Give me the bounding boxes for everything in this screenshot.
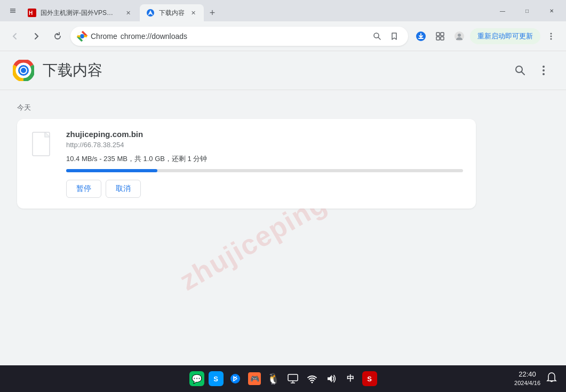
url-text-container: Chrome chrome://downloads (77, 31, 365, 42)
taskbar-wechat[interactable]: 💬 (189, 371, 204, 386)
notification-button[interactable] (546, 371, 557, 386)
svg-point-16 (551, 33, 552, 34)
tab1-title: 国外主机测评-国外VPS、国... (41, 9, 119, 18)
taskbar-monitor[interactable] (285, 371, 300, 386)
bookmark-button[interactable] (387, 29, 402, 44)
taskbar-wifi[interactable] (305, 371, 320, 386)
search-button[interactable] (370, 29, 385, 44)
url-bar[interactable]: Chrome chrome://downloads (70, 27, 408, 46)
svg-point-15 (458, 34, 461, 37)
download-card: zhujiceping.com.bin http://66.78.38.254 … (17, 119, 476, 209)
downloads-toolbar-button[interactable] (412, 28, 429, 45)
chrome-logo-large (13, 60, 34, 81)
url-actions (370, 29, 402, 44)
svg-point-35 (311, 382, 313, 383)
tab-1[interactable]: H 国外主机测评-国外VPS、国... ✕ (21, 4, 139, 21)
download-info: zhujiceping.com.bin http://66.78.38.254 … (66, 130, 463, 198)
tab-list-btn[interactable] (4, 2, 21, 19)
svg-rect-10 (436, 33, 440, 36)
tab-strip: H 国外主机测评-国外VPS、国... ✕ 下载内容 ✕ + (21, 0, 220, 21)
tab2-favicon (146, 9, 155, 17)
taskbar-sogou2[interactable]: S (362, 371, 377, 386)
page-header: 下载内容 (0, 51, 566, 90)
svg-line-7 (378, 37, 380, 39)
taskbar-input-method[interactable]: 中 (343, 371, 358, 386)
search-downloads-button[interactable] (511, 61, 530, 80)
maximize-button[interactable]: □ (515, 2, 539, 19)
taskbar-time: 22:40 2024/4/16 (514, 370, 540, 388)
download-actions: 暂停 取消 (66, 180, 463, 198)
svg-text:H: H (29, 10, 33, 16)
update-button[interactable]: 重新启动即可更新 (470, 28, 540, 44)
reload-button[interactable] (49, 28, 66, 45)
page-content: 下载内容 zhujiceping.com 今天 zhujiceping.com.… (0, 51, 566, 365)
taskbar-sogou[interactable]: S (209, 371, 224, 386)
menu-button[interactable] (543, 28, 560, 45)
toolbar-right: 重新启动即可更新 (412, 28, 560, 45)
svg-rect-32 (288, 374, 298, 381)
progress-bar-fill (66, 169, 157, 172)
taskbar-penguin[interactable]: 🐧 (266, 371, 281, 386)
download-status: 10.4 MB/s - 235 MB，共 1.0 GB，还剩 1 分钟 (66, 154, 463, 164)
svg-point-26 (543, 69, 545, 71)
window-controls: — □ ✕ (490, 0, 566, 21)
url-path-text: chrome://downloads (121, 32, 187, 41)
new-tab-button[interactable]: + (205, 5, 220, 20)
tab1-close[interactable]: ✕ (124, 9, 132, 17)
clock-time: 22:40 (514, 370, 540, 379)
svg-point-25 (543, 66, 545, 68)
section-label: 今天 (17, 103, 549, 113)
taskbar-icons: 💬 S 🎮 🐧 (189, 371, 377, 386)
file-icon (30, 130, 55, 162)
svg-rect-12 (436, 37, 440, 40)
profile-button[interactable] (451, 28, 468, 45)
back-button[interactable] (6, 28, 23, 45)
svg-point-17 (551, 35, 552, 37)
tab1-favicon: H (28, 9, 36, 17)
download-url: http://66.78.38.254 (66, 141, 463, 149)
download-filename: zhujiceping.com.bin (66, 130, 463, 139)
svg-point-22 (21, 68, 26, 73)
cancel-button[interactable]: 取消 (106, 180, 141, 198)
svg-point-29 (230, 374, 240, 383)
chrome-logo-small (77, 31, 87, 42)
progress-bar-container (66, 169, 463, 172)
url-brand-label: Chrome (91, 32, 117, 41)
extensions-button[interactable] (432, 28, 449, 45)
tab2-close[interactable]: ✕ (189, 9, 197, 17)
svg-rect-13 (441, 37, 444, 40)
tab-2[interactable]: 下载内容 ✕ (140, 4, 204, 21)
page-body: zhujiceping.com 今天 zhujiceping.com.bin h… (0, 90, 566, 365)
taskbar-app1[interactable]: 🎮 (247, 371, 262, 386)
svg-point-18 (551, 38, 552, 39)
svg-point-27 (543, 73, 545, 75)
pause-button[interactable]: 暂停 (66, 180, 101, 198)
taskbar-volume[interactable] (324, 371, 339, 386)
address-bar: Chrome chrome://downloads 重新启动即可更新 (0, 21, 566, 51)
page-title: 下载内容 (43, 60, 502, 81)
svg-rect-11 (441, 33, 444, 36)
taskbar-bluetooth[interactable] (228, 371, 243, 386)
more-options-button[interactable] (534, 61, 553, 80)
page-header-actions (511, 61, 553, 80)
svg-line-24 (522, 72, 525, 75)
svg-text:🎮: 🎮 (250, 374, 260, 383)
forward-button[interactable] (28, 28, 45, 45)
title-bar: H 国外主机测评-国外VPS、国... ✕ 下载内容 ✕ + — □ ✕ (0, 0, 566, 21)
tab2-title: 下载内容 (159, 9, 185, 18)
clock-date: 2024/4/16 (514, 379, 540, 387)
svg-point-5 (81, 34, 84, 38)
taskbar-right: 22:40 2024/4/16 (514, 370, 557, 388)
taskbar: 💬 S 🎮 🐧 (0, 365, 566, 392)
close-button[interactable]: ✕ (539, 2, 564, 19)
minimize-button[interactable]: — (490, 2, 515, 19)
